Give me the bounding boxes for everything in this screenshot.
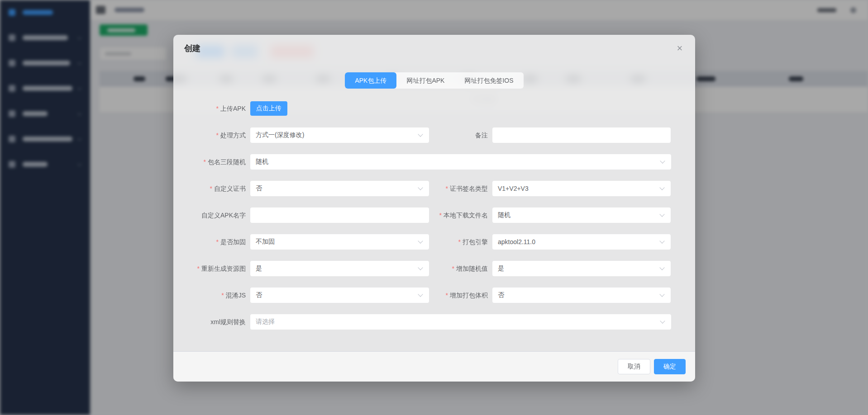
select-harden[interactable]: 不加固 — [250, 234, 429, 250]
select-xml-rule-replace[interactable]: 请选择 — [250, 314, 671, 330]
required-asterisk: * — [216, 105, 219, 112]
required-asterisk: * — [458, 238, 461, 245]
form-row: *自定义证书否*证书签名类型V1+V2+V3 — [191, 181, 695, 196]
label-text: 包名三段随机 — [208, 158, 246, 165]
select-value: 请选择 — [256, 318, 275, 326]
label-text: 增加随机值 — [456, 265, 488, 272]
upload-cell: 点击上传 — [250, 101, 671, 116]
label-obfuscate-js: *混淆JS — [191, 288, 246, 303]
required-asterisk: * — [446, 292, 448, 299]
form-row: *混淆JS否*增加打包体积否 — [191, 288, 695, 303]
label-cert-sign-type: *证书签名类型 — [434, 181, 488, 196]
create-dialog: 创建 × APK包上传网址打包APK网址打包免签IOS *上传APK点击上传*处… — [173, 35, 695, 382]
label-xml-rule-replace: xml规则替换 — [191, 314, 246, 330]
select-custom-cert[interactable]: 否 — [250, 181, 429, 196]
required-asterisk: * — [452, 265, 454, 272]
chevron-down-icon — [659, 292, 664, 297]
label-add-random-value: *增加随机值 — [434, 261, 488, 276]
label-package-engine: *打包引擎 — [434, 234, 488, 250]
select-local-download-filename[interactable]: 随机 — [492, 208, 671, 223]
form-row: *包名三段随机随机 — [191, 154, 695, 170]
label-upload-apk: *上传APK — [191, 101, 246, 116]
required-asterisk: * — [204, 158, 206, 165]
chevron-down-icon — [418, 185, 423, 190]
required-asterisk: * — [197, 265, 200, 272]
form-row: *处理方式方式一(深度修改)备注 — [191, 127, 695, 143]
select-obfuscate-js[interactable]: 否 — [250, 288, 429, 303]
select-process-mode[interactable]: 方式一(深度修改) — [250, 127, 429, 143]
label-harden: *是否加固 — [191, 234, 246, 250]
chevron-down-icon — [659, 238, 664, 243]
label-text: xml规则替换 — [210, 318, 246, 325]
select-value: 不加固 — [256, 238, 275, 246]
upload-button-upload-apk[interactable]: 点击上传 — [250, 101, 287, 116]
required-asterisk: * — [439, 212, 442, 219]
select-value: 是 — [256, 264, 262, 273]
chevron-down-icon — [659, 185, 664, 190]
label-text: 打包引擎 — [463, 238, 488, 245]
input-wrap-remark — [492, 127, 671, 143]
select-package-name-random[interactable]: 随机 — [250, 154, 671, 170]
tabs-bar: APK包上传网址打包APK网址打包免签IOS — [345, 72, 523, 89]
select-add-random-value[interactable]: 是 — [492, 261, 671, 276]
label-text: 增加打包体积 — [450, 292, 488, 299]
chevron-down-icon — [660, 158, 665, 163]
label-text: 混淆JS — [226, 292, 246, 299]
dialog-title: 创建 — [184, 43, 200, 54]
select-value: 随机 — [256, 158, 268, 166]
chevron-down-icon — [659, 265, 664, 270]
label-text: 备注 — [475, 132, 488, 139]
required-asterisk: * — [216, 132, 219, 139]
dialog-header: 创建 — [173, 35, 695, 62]
confirm-button[interactable]: 确定 — [654, 359, 686, 374]
input-custom-apk-name[interactable] — [256, 208, 415, 223]
select-regen-resource-image[interactable]: 是 — [250, 261, 429, 276]
cancel-button[interactable]: 取消 — [618, 359, 650, 374]
label-text: 自定义APK名字 — [201, 212, 246, 219]
close-icon[interactable]: × — [673, 42, 686, 55]
select-cert-sign-type[interactable]: V1+V2+V3 — [492, 181, 671, 196]
app-root: 暂无数据 创建 × APK包上传网址打包APK网址打包免签IOS *上传APK点… — [0, 0, 868, 415]
label-remark: 备注 — [434, 127, 488, 143]
label-custom-apk-name: 自定义APK名字 — [191, 208, 246, 223]
chevron-down-icon — [418, 132, 423, 137]
required-asterisk: * — [221, 292, 224, 299]
chevron-down-icon — [659, 212, 664, 217]
tab-url-pack-ios[interactable]: 网址打包免签IOS — [454, 72, 523, 89]
tabs-row: APK包上传网址打包APK网址打包免签IOS — [173, 72, 695, 89]
form-row: *是否加固不加固*打包引擎apktool2.11.0 — [191, 234, 695, 250]
input-remark[interactable] — [498, 127, 657, 143]
select-value: 是 — [498, 264, 504, 273]
label-text: 自定义证书 — [214, 185, 246, 192]
dialog-footer: 取消 确定 — [173, 351, 695, 382]
required-asterisk: * — [210, 185, 212, 192]
tab-apk-upload[interactable]: APK包上传 — [345, 72, 396, 89]
label-text: 是否加固 — [220, 238, 246, 245]
label-local-download-filename: *本地下载文件名 — [434, 208, 488, 223]
select-value: 否 — [256, 184, 262, 193]
chevron-down-icon — [418, 265, 423, 270]
select-value: V1+V2+V3 — [498, 185, 529, 192]
required-asterisk: * — [216, 238, 219, 245]
form-row: *重新生成资源图是*增加随机值是 — [191, 261, 695, 276]
form-row: xml规则替换请选择 — [191, 314, 695, 330]
form-row: *上传APK点击上传 — [191, 101, 695, 116]
required-asterisk: * — [446, 185, 448, 192]
label-custom-cert: *自定义证书 — [191, 181, 246, 196]
label-text: 证书签名类型 — [450, 185, 488, 192]
label-add-package-size: *增加打包体积 — [434, 288, 488, 303]
label-text: 重新生成资源图 — [201, 265, 246, 272]
label-regen-resource-image: *重新生成资源图 — [191, 261, 246, 276]
tab-url-pack-apk[interactable]: 网址打包APK — [396, 72, 454, 89]
modal-form: *上传APK点击上传*处理方式方式一(深度修改)备注*包名三段随机随机*自定义证… — [173, 101, 695, 330]
chevron-down-icon — [418, 238, 423, 243]
chevron-down-icon — [660, 318, 665, 323]
select-value: 否 — [498, 291, 504, 299]
select-package-engine[interactable]: apktool2.11.0 — [492, 234, 671, 250]
input-wrap-custom-apk-name — [250, 208, 429, 223]
chevron-down-icon — [418, 292, 423, 297]
form-row: 自定义APK名字*本地下载文件名随机 — [191, 208, 695, 223]
select-value: apktool2.11.0 — [498, 238, 535, 245]
select-add-package-size[interactable]: 否 — [492, 288, 671, 303]
label-process-mode: *处理方式 — [191, 127, 246, 143]
